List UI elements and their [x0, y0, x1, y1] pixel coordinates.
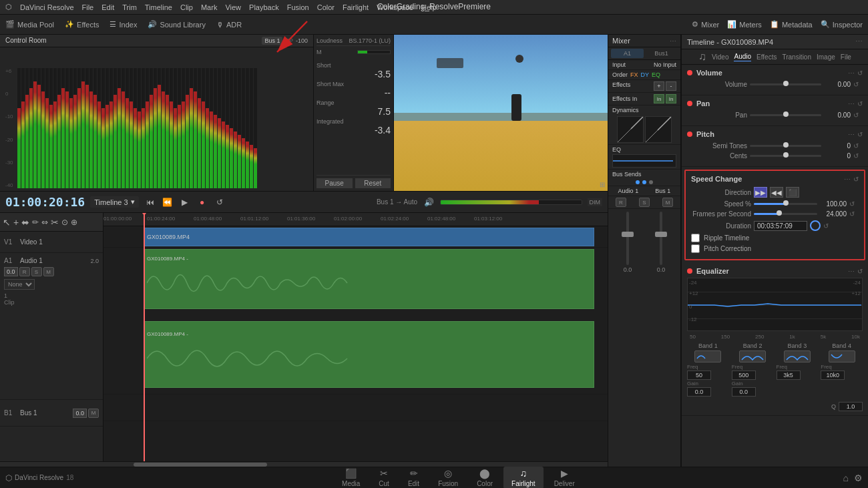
dynamic-trim-tool[interactable]: ✏ [32, 218, 39, 227]
menu-view[interactable]: View [225, 3, 241, 11]
track-a1-value[interactable]: 0.0 [4, 267, 18, 276]
pitch-correction-checkbox[interactable] [691, 244, 700, 253]
track-a1-r-btn[interactable]: R [19, 267, 30, 276]
toolbar-effects[interactable]: ✨ Effects [65, 20, 99, 29]
v1-track[interactable]: GX010089.MP4 [103, 226, 608, 248]
inspector-button[interactable]: 🔍 Inspector [821, 20, 863, 29]
toolbar-media-pool[interactable]: 🎬 Media Pool [5, 20, 54, 29]
volume-reset-icon[interactable]: ↺ [853, 81, 863, 88]
band-4-shape[interactable] [829, 350, 855, 362]
nav-tab-fusion[interactable]: ◎ Fusion [430, 467, 466, 488]
pitch-reset-btn[interactable]: ↺ [857, 131, 863, 138]
nav-tab-cut[interactable]: ✂ Cut [371, 467, 397, 488]
nav-tab-deliver[interactable]: ▶ Deliver [546, 467, 583, 488]
a1-none-select[interactable]: None [4, 279, 35, 290]
inspector-tab-effects[interactable]: Effects [756, 53, 777, 61]
scroll-thumb[interactable] [134, 463, 267, 467]
band-4-freq[interactable] [821, 371, 845, 380]
record-button[interactable]: ● [196, 196, 208, 208]
volume-value[interactable]: 0.00 [824, 81, 851, 88]
select-tool[interactable]: ↖ [3, 217, 11, 228]
loop-button[interactable]: ↺ [214, 196, 226, 208]
volume-icon[interactable]: 🔊 [423, 196, 435, 208]
m-btn[interactable]: M [662, 198, 673, 207]
order-eq[interactable]: EQ [652, 71, 660, 78]
eq-mini-graph[interactable] [612, 154, 676, 168]
menu-davinci[interactable]: DaVinci Resolve [20, 3, 74, 11]
cut-tool[interactable]: ✂ [51, 217, 59, 228]
inspector-tab-transition[interactable]: Transition [782, 53, 811, 61]
track-content-area[interactable]: 01:00:00:00 01:00:24:00 01:00:48:00 01:0… [103, 213, 608, 461]
step-back-button[interactable]: ⏪ [162, 196, 174, 208]
toolbar-index[interactable]: ☰ Index [110, 20, 137, 29]
speed-reset-icon[interactable]: ↺ [849, 200, 859, 208]
band-3-shape[interactable] [784, 350, 811, 362]
fader-1-track[interactable] [626, 212, 629, 265]
effect-remove-btn[interactable]: - [666, 81, 676, 91]
dynamics-graph-2[interactable] [645, 116, 672, 143]
band-2-gain[interactable] [732, 387, 756, 397]
fader-2-track[interactable] [660, 212, 662, 265]
b1-track[interactable] [103, 395, 608, 421]
r-btn[interactable]: R [616, 198, 626, 207]
play-stop-button[interactable]: ▶ [179, 196, 191, 208]
menu-mark[interactable]: Mark [201, 3, 217, 11]
rewind-button[interactable]: ⏮ [144, 196, 156, 208]
fader-1-thumb[interactable] [622, 232, 634, 237]
fps-value[interactable]: 24.000 [820, 210, 847, 218]
band-1-gain[interactable] [687, 387, 711, 397]
home-btn[interactable]: ⌂ [843, 473, 849, 483]
semitones-value[interactable]: 0 [824, 142, 851, 150]
freeze-dir-btn[interactable]: ⬛ [786, 187, 799, 198]
inspector-options-btn[interactable]: ⋯ [855, 37, 863, 46]
inspector-tab-audio[interactable]: Audio [734, 53, 751, 61]
pan-value[interactable]: 0.00 [824, 111, 851, 119]
timeline-scrollbar[interactable] [0, 461, 608, 467]
effects-in-btn-2[interactable]: In [666, 94, 676, 103]
unlink-tool[interactable]: ⊕ [71, 218, 77, 227]
channel-a1-label[interactable]: A1 [611, 49, 644, 58]
s-btn[interactable]: S [639, 198, 650, 207]
q-value-input[interactable] [839, 402, 863, 411]
eq-options-btn[interactable]: ⋯ [848, 268, 855, 275]
menu-trim[interactable]: Trim [122, 3, 137, 11]
menu-fairlight[interactable]: Fairlight [343, 3, 369, 11]
audio-clip-1[interactable]: GX010089.MP4 - [144, 249, 594, 309]
nav-tab-fairlight[interactable]: ♫ Fairlight [503, 467, 544, 488]
preview-safe-area-button[interactable]: ⊞ [600, 181, 605, 188]
cents-reset-icon[interactable]: ↺ [853, 152, 863, 160]
settings-btn[interactable]: ⚙ [854, 473, 863, 483]
duration-input[interactable] [754, 221, 807, 231]
nav-tab-edit[interactable]: ✏ Edit [400, 467, 427, 488]
backward-dir-btn[interactable]: ◀◀ [770, 187, 783, 198]
effect-add-btn[interactable]: + [654, 81, 664, 91]
semitones-reset-icon[interactable]: ↺ [853, 142, 863, 150]
menu-timeline[interactable]: Timeline [145, 3, 172, 11]
eq-graph[interactable]: -24 +12 0 -12 -24 +12 [687, 278, 863, 331]
menu-file[interactable]: File [82, 3, 94, 11]
band-3-freq[interactable] [777, 371, 801, 380]
timecode-display[interactable]: 01:00:20:16 [5, 195, 85, 209]
speed-reset-btn[interactable]: ↺ [853, 176, 859, 183]
video-clip-1[interactable]: GX010089.MP4 [144, 228, 594, 246]
razor-tool[interactable]: + [13, 217, 19, 228]
pan-slider[interactable] [750, 114, 821, 116]
nav-tab-color[interactable]: ⬤ Color [469, 467, 501, 488]
track-a1-m-btn[interactable]: M [43, 267, 54, 276]
menu-color[interactable]: Color [317, 3, 335, 11]
eq-reset-btn[interactable]: ↺ [857, 268, 863, 275]
inspector-tab-image[interactable]: Image [817, 53, 835, 61]
dynamics-graph-1[interactable] [617, 116, 644, 143]
meters-button[interactable]: 📊 Meters [727, 20, 762, 29]
link-tool[interactable]: ⊙ [61, 218, 68, 227]
cents-value[interactable]: 0 [824, 152, 851, 160]
nav-tab-media[interactable]: ⬛ Media [334, 467, 368, 488]
pitch-options-btn[interactable]: ⋯ [848, 131, 855, 138]
speed-options-btn[interactable]: ⋯ [844, 176, 851, 183]
timeline-name-dropdown[interactable]: Timeline 3 ▾ [90, 196, 138, 208]
order-dy[interactable]: DY [641, 71, 650, 78]
menu-edit[interactable]: Edit [101, 3, 114, 11]
track-b1-value[interactable]: 0.0 [73, 409, 87, 418]
volume-slider[interactable] [750, 83, 821, 85]
track-a1-s-btn[interactable]: S [31, 267, 42, 276]
